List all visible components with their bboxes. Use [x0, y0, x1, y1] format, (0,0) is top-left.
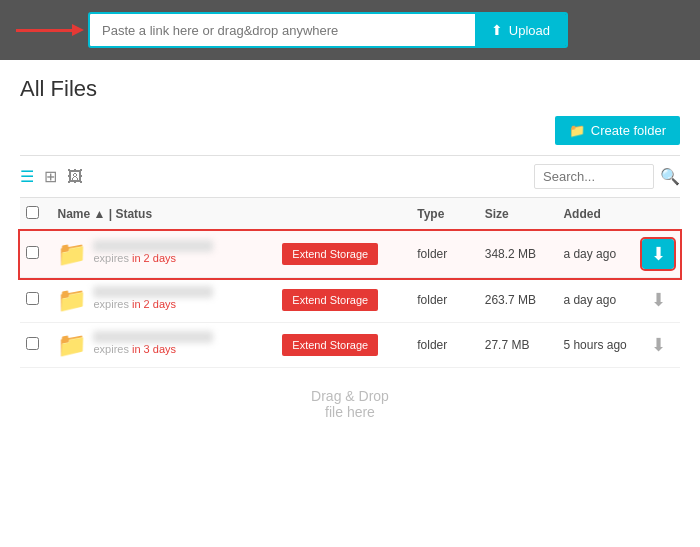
file-table: Name ▲ | Status Type Size Added 📁 expire…	[20, 198, 680, 368]
list-view-icon[interactable]: ☰	[20, 167, 34, 186]
upload-label: Upload	[509, 23, 550, 38]
file-type: folder	[411, 231, 478, 278]
extend-storage-button[interactable]: Extend Storage	[282, 243, 378, 265]
file-name-blurred	[93, 240, 213, 252]
upload-box: ⬆ Upload	[88, 12, 568, 48]
create-folder-button[interactable]: 📁 Create folder	[555, 116, 680, 145]
expires-days: in 2 days	[132, 298, 176, 310]
file-size: 27.7 MB	[479, 323, 558, 368]
file-name-cell: 📁 expires in 2 days	[57, 286, 270, 314]
file-name-cell: 📁 expires in 3 days	[57, 331, 270, 359]
create-folder-icon: 📁	[569, 123, 585, 138]
url-input[interactable]	[90, 14, 475, 46]
arrow-line	[16, 29, 76, 32]
view-icons: ☰ ⊞ 🖼	[20, 167, 83, 186]
file-name-cell: 📁 expires in 2 days	[57, 240, 270, 268]
drag-drop-label: Drag & Drop	[40, 388, 660, 404]
arrow-indicator	[16, 29, 76, 32]
file-name-blurred	[93, 331, 213, 343]
file-size: 348.2 MB	[479, 231, 558, 278]
drag-drop-sub: file here	[40, 404, 660, 420]
expires-days: in 2 days	[132, 252, 176, 264]
col-header-dl	[636, 198, 680, 231]
folder-icon: 📁	[57, 286, 87, 314]
grid-view-icon[interactable]: ⊞	[44, 167, 57, 186]
table-row: 📁 expires in 3 days Extend Storagefolder…	[20, 323, 680, 368]
download-button[interactable]: ⬇	[642, 239, 674, 269]
file-added: a day ago	[557, 278, 636, 323]
file-name-info: expires in 3 days	[93, 331, 213, 355]
row-checkbox-2[interactable]	[26, 337, 39, 350]
upload-button[interactable]: ⬆ Upload	[475, 14, 566, 46]
search-area: 🔍	[534, 164, 680, 189]
col-header-action	[276, 198, 411, 231]
controls-row: ☰ ⊞ 🖼 🔍	[20, 155, 680, 198]
file-type: folder	[411, 323, 478, 368]
col-header-size: Size	[479, 198, 558, 231]
toolbar: 📁 Create folder	[20, 116, 680, 145]
main-content: All Files 📁 Create folder ☰ ⊞ 🖼 🔍 Name ▲…	[0, 60, 700, 547]
file-added: a day ago	[557, 231, 636, 278]
drag-drop-area: Drag & Drop file here	[20, 368, 680, 440]
file-name-blurred	[93, 286, 213, 298]
folder-icon: 📁	[57, 331, 87, 359]
top-bar: ⬆ Upload	[0, 0, 700, 60]
row-checkbox-0[interactable]	[26, 246, 39, 259]
file-name-info: expires in 2 days	[93, 286, 213, 310]
download-button[interactable]: ⬇	[642, 289, 674, 311]
col-header-added: Added	[557, 198, 636, 231]
page-title: All Files	[20, 76, 680, 102]
create-folder-label: Create folder	[591, 123, 666, 138]
select-all-checkbox[interactable]	[26, 206, 39, 219]
expires-days: in 3 days	[132, 343, 176, 355]
expires-text: expires in 2 days	[93, 298, 213, 310]
row-checkbox-1[interactable]	[26, 292, 39, 305]
image-view-icon[interactable]: 🖼	[67, 168, 83, 186]
file-added: 5 hours ago	[557, 323, 636, 368]
table-row: 📁 expires in 2 days Extend Storagefolder…	[20, 278, 680, 323]
file-type: folder	[411, 278, 478, 323]
extend-storage-button[interactable]: Extend Storage	[282, 334, 378, 356]
col-header-check	[20, 198, 51, 231]
expires-text: expires in 3 days	[93, 343, 213, 355]
file-size: 263.7 MB	[479, 278, 558, 323]
expires-text: expires in 2 days	[93, 252, 213, 264]
extend-storage-button[interactable]: Extend Storage	[282, 289, 378, 311]
search-icon[interactable]: 🔍	[660, 167, 680, 186]
upload-icon: ⬆	[491, 22, 503, 38]
table-header-row: Name ▲ | Status Type Size Added	[20, 198, 680, 231]
col-header-type: Type	[411, 198, 478, 231]
col-header-name: Name ▲ | Status	[51, 198, 276, 231]
table-row: 📁 expires in 2 days Extend Storagefolder…	[20, 231, 680, 278]
folder-icon: 📁	[57, 240, 87, 268]
download-button[interactable]: ⬇	[642, 334, 674, 356]
file-name-info: expires in 2 days	[93, 240, 213, 264]
search-input[interactable]	[534, 164, 654, 189]
